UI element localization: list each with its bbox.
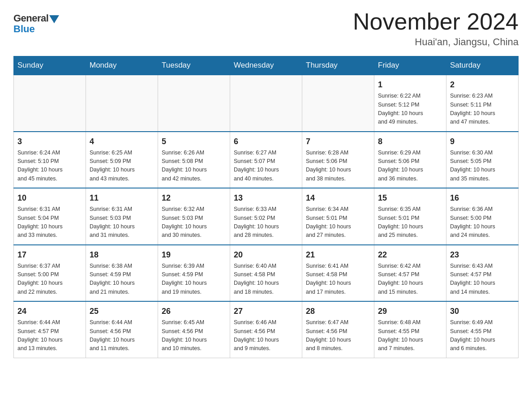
- weekday-header-monday: Monday: [86, 56, 158, 75]
- day-number: 11: [90, 192, 154, 204]
- day-info: Sunrise: 6:34 AMSunset: 5:01 PMDaylight:…: [306, 205, 370, 240]
- day-info: Sunrise: 6:40 AMSunset: 4:58 PMDaylight:…: [234, 262, 298, 297]
- day-info: Sunrise: 6:47 AMSunset: 4:56 PMDaylight:…: [306, 318, 370, 353]
- day-number: 8: [378, 136, 442, 148]
- day-number: 12: [162, 192, 226, 204]
- day-number: 23: [450, 249, 515, 261]
- calendar-cell: 10Sunrise: 6:31 AMSunset: 5:04 PMDayligh…: [14, 188, 86, 245]
- day-number: 19: [162, 249, 226, 261]
- day-number: 4: [90, 136, 154, 148]
- calendar-cell: 24Sunrise: 6:44 AMSunset: 4:57 PMDayligh…: [14, 301, 86, 358]
- calendar-cell: 9Sunrise: 6:30 AMSunset: 5:05 PMDaylight…: [446, 132, 519, 188]
- calendar-subtitle: Huai'an, Jiangsu, China: [353, 36, 519, 48]
- day-number: 7: [306, 136, 370, 148]
- day-info: Sunrise: 6:29 AMSunset: 5:06 PMDaylight:…: [378, 149, 442, 184]
- day-info: Sunrise: 6:27 AMSunset: 5:07 PMDaylight:…: [234, 149, 298, 184]
- calendar-cell: 4Sunrise: 6:25 AMSunset: 5:09 PMDaylight…: [86, 132, 158, 188]
- calendar-cell: 26Sunrise: 6:45 AMSunset: 4:56 PMDayligh…: [158, 301, 230, 358]
- day-number: 27: [234, 305, 298, 317]
- day-number: 26: [162, 305, 226, 317]
- calendar-week-row: 1Sunrise: 6:22 AMSunset: 5:12 PMDaylight…: [14, 75, 519, 132]
- day-number: 25: [90, 305, 154, 317]
- day-info: Sunrise: 6:43 AMSunset: 4:57 PMDaylight:…: [450, 262, 515, 297]
- day-number: 22: [378, 249, 442, 261]
- calendar-cell: 7Sunrise: 6:28 AMSunset: 5:06 PMDaylight…: [302, 132, 374, 188]
- day-number: 15: [378, 192, 442, 204]
- calendar-cell: 21Sunrise: 6:41 AMSunset: 4:58 PMDayligh…: [302, 245, 374, 302]
- day-number: 29: [378, 305, 442, 317]
- day-info: Sunrise: 6:23 AMSunset: 5:11 PMDaylight:…: [450, 92, 515, 127]
- day-number: 2: [450, 79, 515, 91]
- day-number: 28: [306, 305, 370, 317]
- calendar-cell: 11Sunrise: 6:31 AMSunset: 5:03 PMDayligh…: [86, 188, 158, 245]
- calendar-week-row: 17Sunrise: 6:37 AMSunset: 5:00 PMDayligh…: [14, 245, 519, 302]
- logo-container: General Blue: [13, 13, 59, 35]
- day-number: 21: [306, 249, 370, 261]
- page-header: General Blue November 2024 Huai'an, Jian…: [13, 9, 519, 48]
- day-info: Sunrise: 6:26 AMSunset: 5:08 PMDaylight:…: [162, 149, 226, 184]
- day-info: Sunrise: 6:22 AMSunset: 5:12 PMDaylight:…: [378, 92, 442, 127]
- weekday-header-sunday: Sunday: [14, 56, 86, 75]
- day-info: Sunrise: 6:46 AMSunset: 4:56 PMDaylight:…: [234, 318, 298, 353]
- logo: General Blue: [13, 13, 59, 35]
- calendar-cell: 3Sunrise: 6:24 AMSunset: 5:10 PMDaylight…: [14, 132, 86, 188]
- calendar-cell: 2Sunrise: 6:23 AMSunset: 5:11 PMDaylight…: [446, 75, 519, 132]
- day-info: Sunrise: 6:49 AMSunset: 4:55 PMDaylight:…: [450, 318, 515, 353]
- calendar-title: November 2024: [353, 9, 519, 34]
- day-number: 30: [450, 305, 515, 317]
- calendar-cell: 22Sunrise: 6:42 AMSunset: 4:57 PMDayligh…: [374, 245, 446, 302]
- day-number: 20: [234, 249, 298, 261]
- weekday-header-wednesday: Wednesday: [230, 56, 302, 75]
- calendar-cell: 1Sunrise: 6:22 AMSunset: 5:12 PMDaylight…: [374, 75, 446, 132]
- calendar-cell: 23Sunrise: 6:43 AMSunset: 4:57 PMDayligh…: [446, 245, 519, 302]
- calendar-cell: 25Sunrise: 6:44 AMSunset: 4:56 PMDayligh…: [86, 301, 158, 358]
- weekday-header-row: SundayMondayTuesdayWednesdayThursdayFrid…: [14, 56, 519, 75]
- calendar-week-row: 10Sunrise: 6:31 AMSunset: 5:04 PMDayligh…: [14, 188, 519, 245]
- day-number: 13: [234, 192, 298, 204]
- day-info: Sunrise: 6:24 AMSunset: 5:10 PMDaylight:…: [17, 149, 82, 184]
- calendar-cell: 8Sunrise: 6:29 AMSunset: 5:06 PMDaylight…: [374, 132, 446, 188]
- day-number: 3: [17, 136, 82, 148]
- day-info: Sunrise: 6:30 AMSunset: 5:05 PMDaylight:…: [450, 149, 515, 184]
- day-info: Sunrise: 6:32 AMSunset: 5:03 PMDaylight:…: [162, 205, 226, 240]
- calendar-cell: 30Sunrise: 6:49 AMSunset: 4:55 PMDayligh…: [446, 301, 519, 358]
- logo-blue-text: Blue: [13, 23, 59, 35]
- day-info: Sunrise: 6:44 AMSunset: 4:56 PMDaylight:…: [90, 318, 154, 353]
- calendar-cell: [158, 75, 230, 132]
- day-number: 18: [90, 249, 154, 261]
- calendar-cell: 16Sunrise: 6:36 AMSunset: 5:00 PMDayligh…: [446, 188, 519, 245]
- calendar-cell: 27Sunrise: 6:46 AMSunset: 4:56 PMDayligh…: [230, 301, 302, 358]
- calendar-cell: 13Sunrise: 6:33 AMSunset: 5:02 PMDayligh…: [230, 188, 302, 245]
- day-info: Sunrise: 6:42 AMSunset: 4:57 PMDaylight:…: [378, 262, 442, 297]
- weekday-header-tuesday: Tuesday: [158, 56, 230, 75]
- calendar-week-row: 3Sunrise: 6:24 AMSunset: 5:10 PMDaylight…: [14, 132, 519, 188]
- weekday-header-saturday: Saturday: [446, 56, 519, 75]
- logo-arrow-icon: [49, 15, 59, 23]
- calendar-week-row: 24Sunrise: 6:44 AMSunset: 4:57 PMDayligh…: [14, 301, 519, 358]
- logo-general-text: General: [13, 13, 48, 24]
- day-info: Sunrise: 6:25 AMSunset: 5:09 PMDaylight:…: [90, 149, 154, 184]
- weekday-header-friday: Friday: [374, 56, 446, 75]
- day-number: 6: [234, 136, 298, 148]
- day-number: 9: [450, 136, 515, 148]
- day-info: Sunrise: 6:41 AMSunset: 4:58 PMDaylight:…: [306, 262, 370, 297]
- calendar-cell: 6Sunrise: 6:27 AMSunset: 5:07 PMDaylight…: [230, 132, 302, 188]
- day-number: 14: [306, 192, 370, 204]
- calendar-table: SundayMondayTuesdayWednesdayThursdayFrid…: [13, 56, 519, 358]
- calendar-cell: 20Sunrise: 6:40 AMSunset: 4:58 PMDayligh…: [230, 245, 302, 302]
- weekday-header-thursday: Thursday: [302, 56, 374, 75]
- calendar-cell: 29Sunrise: 6:48 AMSunset: 4:55 PMDayligh…: [374, 301, 446, 358]
- calendar-cell: [14, 75, 86, 132]
- day-info: Sunrise: 6:35 AMSunset: 5:01 PMDaylight:…: [378, 205, 442, 240]
- day-number: 5: [162, 136, 226, 148]
- day-info: Sunrise: 6:33 AMSunset: 5:02 PMDaylight:…: [234, 205, 298, 240]
- calendar-cell: 28Sunrise: 6:47 AMSunset: 4:56 PMDayligh…: [302, 301, 374, 358]
- day-number: 24: [17, 305, 82, 317]
- day-info: Sunrise: 6:31 AMSunset: 5:04 PMDaylight:…: [17, 205, 82, 240]
- day-info: Sunrise: 6:39 AMSunset: 4:59 PMDaylight:…: [162, 262, 226, 297]
- calendar-cell: 19Sunrise: 6:39 AMSunset: 4:59 PMDayligh…: [158, 245, 230, 302]
- day-info: Sunrise: 6:31 AMSunset: 5:03 PMDaylight:…: [90, 205, 154, 240]
- calendar-cell: [302, 75, 374, 132]
- day-number: 17: [17, 249, 82, 261]
- title-block: November 2024 Huai'an, Jiangsu, China: [353, 9, 519, 48]
